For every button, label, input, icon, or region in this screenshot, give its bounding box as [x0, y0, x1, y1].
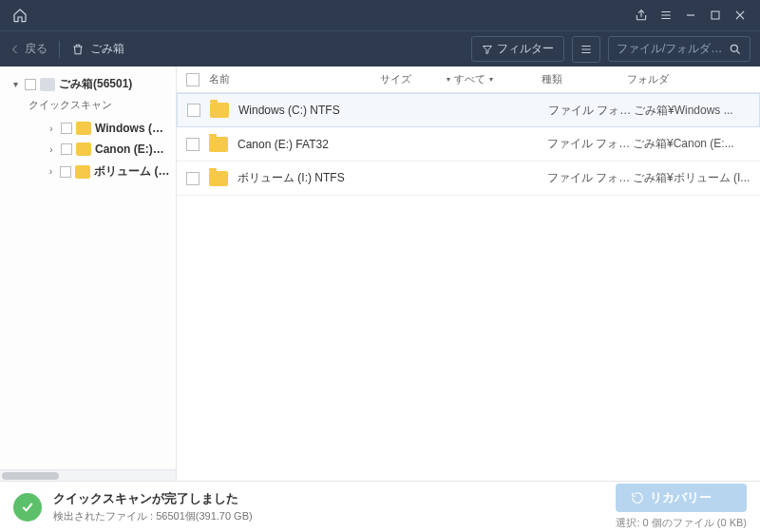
view-list-button[interactable]	[572, 36, 600, 63]
list-row-canon[interactable]: Canon (E:) FAT32 ファイル フォ… ごみ箱¥Canon (E:.…	[177, 127, 760, 162]
tree-checkbox[interactable]	[60, 166, 71, 178]
search-placeholder: ファイル/フォルダーを検索	[617, 41, 723, 57]
folder-icon	[210, 103, 229, 118]
tree: ▾ ごみ箱(56501) クイックスキャン › Windows (… › Can…	[0, 66, 176, 469]
row-checkbox[interactable]	[187, 104, 200, 117]
chevron-right-icon[interactable]: ›	[46, 144, 57, 155]
list-row-windows[interactable]: Windows (C:) NTFS ファイル フォ… ごみ箱¥Windows .…	[177, 93, 760, 127]
tree-item-windows[interactable]: › Windows (…	[8, 118, 172, 139]
folder-icon	[75, 165, 90, 179]
back-label: 戻る	[25, 41, 48, 57]
maximize-button[interactable]	[703, 3, 728, 28]
status-title: クイックスキャンが完了しました	[53, 490, 604, 507]
chevron-right-icon[interactable]: ›	[46, 166, 56, 177]
sidebar: ▾ ごみ箱(56501) クイックスキャン › Windows (… › Can…	[0, 66, 177, 481]
tree-checkbox[interactable]	[61, 123, 72, 134]
trash-icon	[40, 78, 55, 91]
tree-root-label: ごみ箱(56501)	[59, 76, 132, 92]
scrollbar-thumb[interactable]	[2, 472, 59, 480]
col-all-label: すべて	[454, 72, 485, 86]
tree-item-label: Windows (…	[95, 122, 163, 135]
folder-icon	[76, 122, 91, 135]
main: ▾ ごみ箱(56501) クイックスキャン › Windows (… › Can…	[0, 66, 760, 481]
tree-item-volume[interactable]: › ボリューム (I:…	[8, 160, 172, 183]
breadcrumb-label: ごみ箱	[90, 41, 124, 57]
search-icon	[729, 43, 742, 56]
back-button[interactable]: 戻る	[10, 41, 48, 57]
chevron-down-icon[interactable]: ▾	[10, 79, 21, 89]
row-type: ファイル フォ…	[547, 136, 633, 152]
search-input[interactable]: ファイル/フォルダーを検索	[608, 36, 750, 62]
row-type: ファイル フォ…	[547, 170, 633, 186]
sort-indicator-icon: ▾	[446, 75, 450, 84]
breadcrumb-trash: ごみ箱	[71, 41, 124, 57]
col-size[interactable]: サイズ	[380, 72, 446, 86]
row-name: Canon (E:) FAT32	[238, 138, 386, 151]
sidebar-horiz-scrollbar[interactable]	[0, 469, 176, 481]
tree-item-label: Canon (E:)…	[95, 142, 164, 156]
selection-count: 選択: 0 個のファイル (0 KB)	[616, 516, 747, 530]
svg-point-1	[731, 45, 737, 51]
close-button[interactable]	[728, 3, 752, 28]
row-folder: ごみ箱¥ボリューム (I...	[633, 170, 750, 186]
folder-icon	[209, 171, 228, 186]
chevron-down-icon: ▾	[489, 75, 493, 84]
row-folder: ごみ箱¥Windows ...	[634, 103, 750, 119]
rows: Windows (C:) NTFS ファイル フォ… ごみ箱¥Windows .…	[177, 93, 760, 481]
row-name: ボリューム (I:) NTFS	[238, 170, 386, 186]
chevron-right-icon[interactable]: ›	[46, 124, 57, 134]
folder-icon	[209, 137, 228, 152]
filter-button[interactable]: フィルター	[471, 36, 564, 62]
row-folder: ごみ箱¥Canon (E:...	[633, 136, 750, 152]
check-circle-icon	[13, 493, 42, 522]
toolbar-divider	[59, 41, 60, 58]
recover-button[interactable]: リカバリー	[616, 484, 747, 512]
folder-icon	[76, 142, 91, 156]
row-checkbox[interactable]	[186, 138, 200, 151]
tree-checkbox[interactable]	[61, 143, 72, 155]
svg-rect-0	[712, 11, 719, 19]
tree-root-trash[interactable]: ▾ ごみ箱(56501)	[8, 72, 172, 96]
select-all-checkbox[interactable]	[186, 73, 200, 86]
menu-icon[interactable]	[654, 3, 678, 28]
col-all-dropdown[interactable]: ▾ すべて ▾	[446, 72, 542, 86]
recover-label: リカバリー	[650, 489, 712, 506]
titlebar	[0, 0, 760, 30]
col-type[interactable]: 種類	[542, 72, 627, 86]
column-headers: 名前 サイズ ▾ すべて ▾ 種類 フォルダ	[177, 66, 760, 93]
row-checkbox[interactable]	[186, 172, 200, 185]
minimize-button[interactable]	[678, 3, 703, 28]
tree-checkbox[interactable]	[25, 79, 36, 90]
status-detected: 検出されたファイル : 56501個(391.70 GB)	[53, 509, 604, 523]
col-name[interactable]: 名前	[209, 72, 380, 86]
filter-label: フィルター	[497, 41, 554, 57]
list-row-volume[interactable]: ボリューム (I:) NTFS ファイル フォ… ごみ箱¥ボリューム (I...	[177, 162, 760, 196]
status-bar: クイックスキャンが完了しました 検出されたファイル : 56501個(391.7…	[0, 481, 760, 532]
quick-scan-label: クイックスキャン	[8, 96, 172, 118]
share-icon[interactable]	[629, 3, 654, 28]
row-type: ファイル フォ…	[548, 103, 634, 119]
toolbar: 戻る ごみ箱 フィルター ファイル/フォルダーを検索	[0, 30, 760, 66]
col-folder[interactable]: フォルダ	[627, 72, 750, 86]
row-name: Windows (C:) NTFS	[238, 104, 387, 117]
tree-item-canon[interactable]: › Canon (E:)…	[8, 139, 172, 160]
tree-item-label: ボリューム (I:…	[94, 163, 170, 180]
home-icon[interactable]	[8, 3, 32, 28]
file-list: 名前 サイズ ▾ すべて ▾ 種類 フォルダ Windows (C:) NTFS…	[177, 66, 760, 481]
